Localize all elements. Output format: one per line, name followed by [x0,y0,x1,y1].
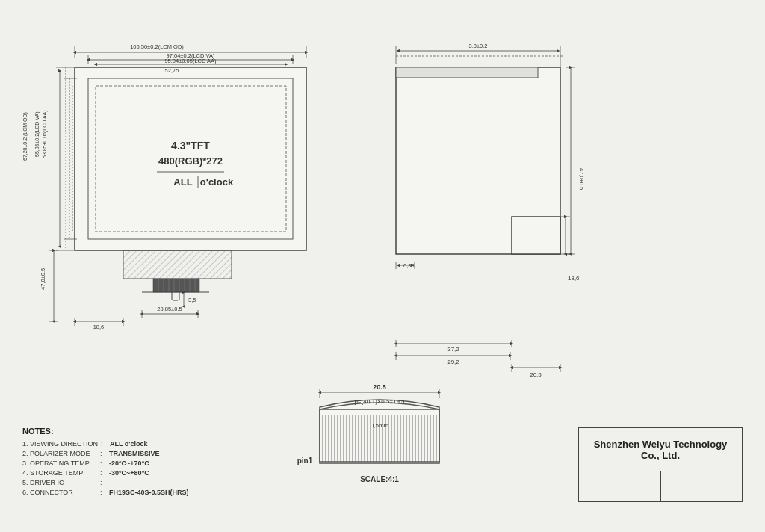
note-num-6: 6. CONNECTOR [22,489,97,496]
svg-text:29,2: 29,2 [447,359,459,365]
note-item-6: 6. CONNECTOR : FH19SC-40S-0.5SH(HRS) [22,489,306,496]
note-val-1: ALL o'clock [110,440,147,448]
notes-section: NOTES: 1. VIEWING DIRECTION : ALL o'cloc… [22,427,306,498]
note-item-5: 5. DRIVER IC : [22,479,306,486]
note-num-1: 1. VIEWING DIRECTION [22,440,98,448]
note-val-6: FH19SC-40S-0.5SH(HRS) [109,489,189,496]
svg-text:o'clock: o'clock [200,176,234,188]
svg-text:52,75: 52,75 [165,67,179,74]
svg-text:3.0±0.2: 3.0±0.2 [469,43,488,49]
svg-text:53,85±0.05(LCD AA): 53,85±0.05(LCD AA) [42,110,48,158]
note-num-3: 3. OPERATING TEMP [22,460,97,467]
note-val-3: -20°C~+70°C [109,460,149,467]
svg-rect-1 [88,78,293,239]
note-num-2: 2. POLARIZER MODE [22,450,97,457]
svg-text:105.50±0.2(LCM OD): 105.50±0.2(LCM OD) [130,43,184,50]
svg-rect-2 [96,86,286,232]
svg-text:0,5mm: 0,5mm [371,422,389,429]
page: 4.3"TFT 480(RGB)*272 ALL o'clock [0,0,765,532]
svg-text:20.5: 20.5 [373,383,386,391]
svg-rect-58 [396,67,560,254]
note-val-4: -30°C~+80°C [109,469,149,477]
svg-text:55,85±0.2(LCD VA): 55,85±0.2(LCD VA) [34,111,40,157]
company-bottom-right [661,471,743,501]
svg-rect-60 [512,217,560,254]
svg-rect-91 [320,409,439,462]
svg-text:SCALE:4:1: SCALE:4:1 [360,475,399,483]
svg-text:ALL: ALL [173,176,192,188]
svg-text:37,2: 37,2 [447,346,459,353]
lcd-resolution-text: 480(RGB)*272 [158,155,223,167]
svg-text:47,0±0.5: 47,0±0.5 [578,168,585,190]
svg-text:95.04±0.05(LCD AA): 95.04±0.05(LCD AA) [164,58,217,64]
note-val-2: TRANSMISSIVE [109,450,160,457]
lcd-size-text: 4.3"TFT [171,140,210,152]
svg-text:20,5: 20,5 [530,371,542,378]
svg-rect-0 [75,67,306,250]
svg-text:28,85±0.5: 28,85±0.5 [157,306,182,312]
company-bottom-left [579,471,661,501]
svg-text:0,33: 0,33 [403,262,415,269]
svg-rect-59 [396,67,538,78]
svg-text:18,6: 18,6 [93,324,105,330]
svg-rect-7 [123,250,232,279]
company-bottom [579,471,742,501]
svg-text:47,0±0.5: 47,0±0.5 [40,268,46,290]
svg-text:67,20±0.2 (LCM OD): 67,20±0.2 (LCM OD) [22,112,28,161]
note-item-1: 1. VIEWING DIRECTION : ALL o'clock [22,440,306,448]
company-name: Shenzhen Weiyu Technology Co., Ltd. [579,428,742,471]
svg-text:18,6: 18,6 [568,275,580,282]
notes-title: NOTES: [22,427,306,436]
note-num-4: 4. STORAGE TEMP [22,469,97,477]
svg-text:3,5: 3,5 [188,297,196,303]
note-item-3: 3. OPERATING TEMP : -20°C~+70°C [22,460,306,467]
note-num-5: 5. DRIVER IC [22,479,97,486]
company-block: Shenzhen Weiyu Technology Co., Ltd. [578,427,743,502]
svg-rect-9 [153,279,199,292]
note-item-4: 4. STORAGE TEMP : -30°C~+80°C [22,469,306,477]
note-item-2: 2. POLARIZER MODE : TRANSMISSIVE [22,450,306,457]
svg-text:p=(40-1)X0.5=19.5: p=(40-1)X0.5=19.5 [354,398,405,405]
svg-text:97.04±0.2(LCD VA): 97.04±0.2(LCD VA) [167,52,215,59]
